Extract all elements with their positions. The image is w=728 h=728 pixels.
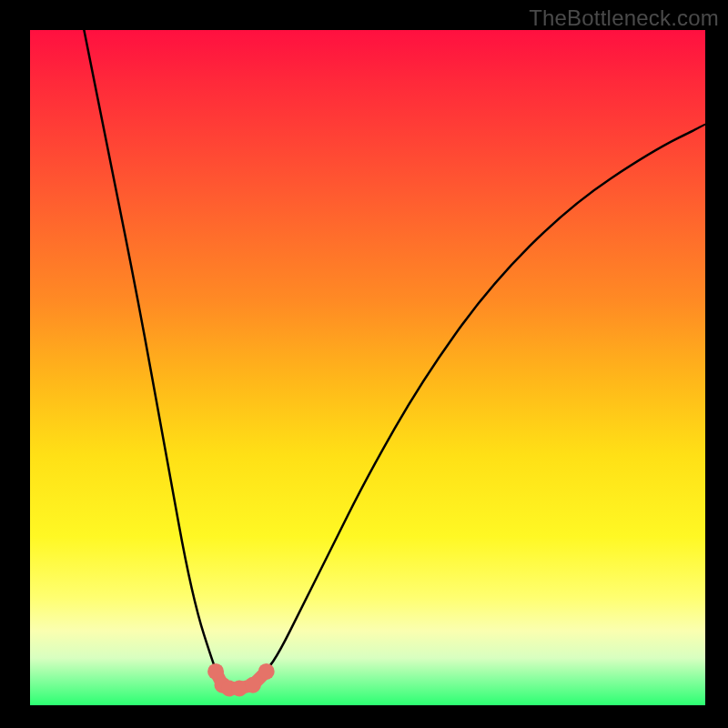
chart-frame: TheBottleneck.com [0,0,728,728]
min-dot [258,663,275,680]
curve-layer [84,30,705,688]
dots-layer [207,663,275,697]
chart-svg [30,30,705,705]
plot-area [30,30,705,705]
watermark-text: TheBottleneck.com [529,5,719,31]
bottleneck-curve [84,30,705,688]
min-dot [245,677,261,693]
